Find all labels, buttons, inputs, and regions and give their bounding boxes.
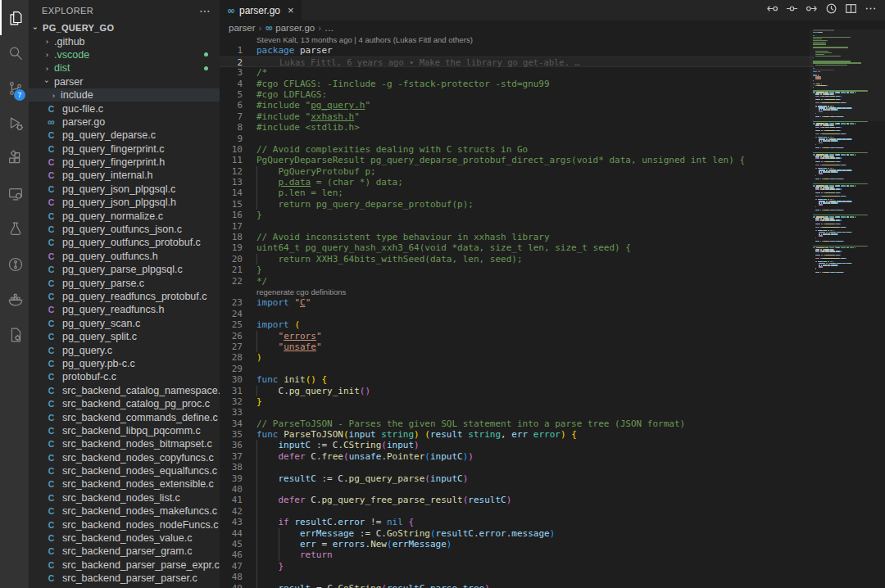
line-number[interactable]: 19 <box>220 242 243 253</box>
tree-item-guc-file-c[interactable]: Cguc-file.c <box>29 102 220 115</box>
tree-item-include[interactable]: ›include <box>29 88 220 102</box>
code-line[interactable]: 40 <box>220 484 813 495</box>
line-number[interactable]: 20 <box>220 254 243 265</box>
file-history-icon[interactable] <box>825 2 837 18</box>
line-number[interactable]: 4 <box>220 79 243 89</box>
code-line[interactable]: 37defer C.free(unsafe.Pointer(inputC)) <box>220 451 813 462</box>
line-number[interactable]: 18 <box>220 232 243 242</box>
code-line[interactable]: 14p.len = len; <box>220 188 813 198</box>
tree-item-pg-query-outfuncs-json-c[interactable]: Cpg_query_outfuncs_json.c <box>29 223 220 236</box>
tree-item-pg-query-pb-c-c[interactable]: Cpg_query.pb-c.c <box>29 357 220 370</box>
tree-item-src-backend-nodes-value-c[interactable]: Csrc_backend_nodes_value.c <box>29 531 220 545</box>
tree-item-src-backend-catalog-namespace-c[interactable]: Csrc_backend_catalog_namespace.c <box>29 384 220 397</box>
tree-item-pg-query-split-c[interactable]: Cpg_query_split.c <box>29 330 220 343</box>
split-editor-icon[interactable] <box>845 2 857 18</box>
tree-item-src-backend-parser-gram-c[interactable]: Csrc_backend_parser_gram.c <box>29 545 220 558</box>
tree-item-pg-query-readfuncs-protobuf-c[interactable]: Cpg_query_readfuncs_protobuf.c <box>29 290 220 303</box>
line-number[interactable]: 46 <box>220 550 243 560</box>
remote-explorer-icon[interactable] <box>0 176 29 211</box>
code-line[interactable]: 39resultC := C.pg_query_parse(inputC) <box>220 473 813 484</box>
code-line[interactable]: 29 <box>220 364 813 374</box>
line-number[interactable]: 1 <box>220 45 243 56</box>
open-changes-icon[interactable] <box>786 2 798 18</box>
tree-item-pg-query-json-plpgsql-h[interactable]: Cpg_query_json_plpgsql.h <box>29 196 220 209</box>
minimap[interactable] <box>813 29 878 588</box>
code-line[interactable]: 8#include <stdlib.h> <box>220 122 813 133</box>
line-number[interactable]: 2 <box>220 57 243 68</box>
code-line[interactable]: 43if resultC.error != nil { <box>220 517 813 527</box>
line-number[interactable]: 9 <box>220 133 243 144</box>
code-line[interactable]: 32} <box>220 396 813 407</box>
line-number[interactable]: 23 <box>220 297 243 308</box>
line-number[interactable]: 17 <box>220 221 243 232</box>
tree-item-pg-query-outfuncs-protobuf-c[interactable]: Cpg_query_outfuncs_protobuf.c <box>29 236 220 249</box>
tree-root-pg-query-go[interactable]: ›PG_QUERY_GO <box>29 21 220 34</box>
code-line[interactable]: 28) <box>220 352 813 363</box>
code-line[interactable]: 21} <box>220 265 813 275</box>
line-number[interactable]: 41 <box>220 495 243 505</box>
line-number[interactable]: 21 <box>220 265 243 275</box>
code-line[interactable]: 41defer C.pg_query_free_parse_result(res… <box>220 495 813 505</box>
line-number[interactable]: 43 <box>220 517 243 527</box>
code-line[interactable]: 20return XXH3_64bits_withSeed(data, len,… <box>220 254 813 265</box>
more-actions-icon[interactable] <box>865 2 877 18</box>
code-line[interactable]: 46return <box>220 550 813 560</box>
tree-item-pg-query-fingerprint-h[interactable]: Cpg_query_fingerprint.h <box>29 156 220 169</box>
testing-icon[interactable] <box>0 211 29 247</box>
code-line[interactable]: 17 <box>220 221 813 232</box>
explorer-icon[interactable] <box>0 0 29 35</box>
line-number[interactable]: 13 <box>220 177 243 188</box>
search-icon[interactable] <box>0 35 29 70</box>
code-line[interactable]: 44errMessage := C.GoString(resultC.error… <box>220 528 813 539</box>
extensions-icon[interactable] <box>0 141 29 176</box>
code-line[interactable]: 34// ParseToJSON - Parses the given SQL … <box>220 418 813 429</box>
line-number[interactable]: 22 <box>220 276 243 287</box>
code-line[interactable]: 10// Avoid complexities dealing with C s… <box>220 144 813 155</box>
code-line[interactable]: 18// Avoid inconsistent type behaviour i… <box>220 232 813 242</box>
code-line[interactable]: 42 <box>220 506 813 517</box>
line-number[interactable]: 3 <box>220 67 243 78</box>
line-number[interactable]: 7 <box>220 111 243 122</box>
file-settings-icon[interactable] <box>0 317 29 352</box>
code-line[interactable]: 48 <box>220 572 813 582</box>
tree-item-pg-query-readfuncs-h[interactable]: Cpg_query_readfuncs.h <box>29 303 220 316</box>
line-number[interactable]: 42 <box>220 506 243 517</box>
codelens-row[interactable]: Steven Kalt, 13 months ago | 4 authors (… <box>220 34 813 45</box>
line-number[interactable]: 47 <box>220 561 243 572</box>
line-number[interactable]: 38 <box>220 462 243 473</box>
code-line[interactable]: 15return pg_query_deparse_protobuf(p); <box>220 199 813 210</box>
tree-item--github[interactable]: ›.github <box>29 34 220 47</box>
code-line[interactable]: 47} <box>220 561 813 572</box>
close-tab-icon[interactable]: × <box>288 4 294 16</box>
line-number[interactable]: 29 <box>220 364 243 374</box>
line-number[interactable]: 5 <box>220 89 243 100</box>
more-actions-icon[interactable]: ⋯ <box>199 4 211 17</box>
run-debug-icon[interactable] <box>0 106 29 141</box>
codelens-row[interactable]: regenerate cgo definitions <box>220 287 813 297</box>
tree-item-dist[interactable]: ›dist <box>29 61 220 75</box>
line-number[interactable]: 34 <box>220 418 243 429</box>
code-line[interactable]: 24 <box>220 309 813 319</box>
tree-item-src-backend-commands-define-c[interactable]: Csrc_backend_commands_define.c <box>29 410 220 423</box>
tree-item-pg-query-outfuncs-h[interactable]: Cpg_query_outfuncs.h <box>29 250 220 263</box>
tree-item-src-backend-catalog-pg-proc-c[interactable]: Csrc_backend_catalog_pg_proc.c <box>29 397 220 410</box>
tree-item-src-backend-nodes-makefuncs-c[interactable]: Csrc_backend_nodes_makefuncs.c <box>29 504 220 518</box>
code-line[interactable]: 38 <box>220 462 813 473</box>
line-number[interactable]: 6 <box>220 100 243 111</box>
line-number[interactable]: 12 <box>220 166 243 177</box>
code-line[interactable]: 6#include "pg_query.h" <box>220 100 813 111</box>
line-number[interactable]: 16 <box>220 210 243 220</box>
tree-item-src-backend-parser-parse-expr-c[interactable]: Csrc_backend_parser_parse_expr.c <box>29 559 220 572</box>
code-line[interactable]: 45err = errors.New(errMessage) <box>220 539 813 550</box>
line-number[interactable]: 35 <box>220 429 243 440</box>
source-control-icon[interactable]: 7 <box>0 70 29 106</box>
code-line[interactable]: 9 <box>220 133 813 144</box>
line-number[interactable]: 8 <box>220 122 243 133</box>
code-line[interactable]: 36inputC := C.CString(input) <box>220 440 813 450</box>
tree-item-src-backend-nodes-copyfuncs-c[interactable]: Csrc_backend_nodes_copyfuncs.c <box>29 451 220 464</box>
code-line[interactable]: 3/* <box>220 67 813 78</box>
line-number[interactable]: 49 <box>220 583 243 588</box>
tree-item-src-backend-nodes-equalfuncs-c[interactable]: Csrc_backend_nodes_equalfuncs.c <box>29 464 220 477</box>
tree-item-pg-query-parse-plpgsql-c[interactable]: Cpg_query_parse_plpgsql.c <box>29 263 220 276</box>
tree-item-protobuf-c-c[interactable]: Cprotobuf-c.c <box>29 370 220 383</box>
